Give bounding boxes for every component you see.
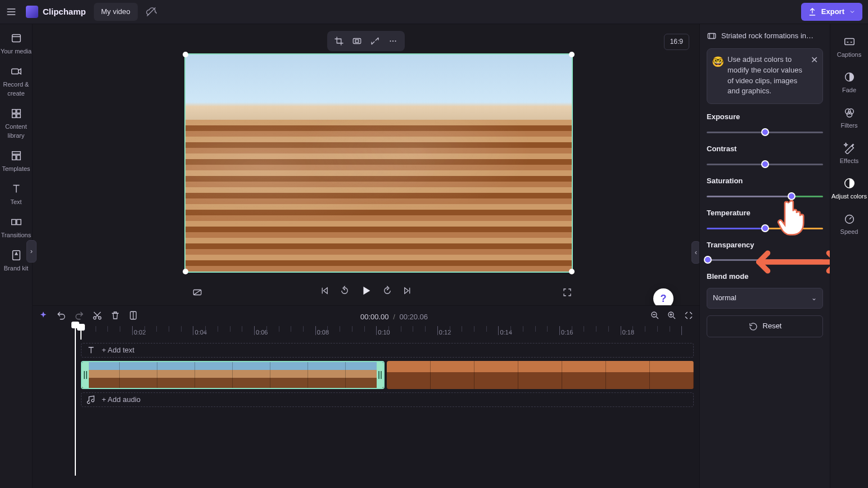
crop-button[interactable] [333,35,345,47]
properties-panel: Striated rock formations in cany… 🤓 Use … [699,24,830,488]
aspect-ratio-button[interactable]: 16:9 [664,34,689,50]
hint-card: 🤓 Use adjust colors to modify the color … [707,48,823,104]
templates-icon [10,150,22,162]
right-item-adjust-colors[interactable]: Adjust colors [830,171,868,207]
pip-button[interactable] [369,35,381,47]
transitions-icon [10,216,22,228]
reset-button[interactable]: Reset [707,315,823,337]
svg-rect-10 [16,219,20,224]
svg-rect-5 [16,114,20,118]
svg-rect-0 [12,35,20,42]
captions-icon [843,35,856,48]
svg-point-15 [392,40,394,42]
right-item-captions[interactable]: Captions [830,30,868,65]
export-button[interactable]: Export [801,3,862,21]
fit-button[interactable] [351,35,363,47]
resize-handle[interactable] [183,269,188,274]
sidebar-item-transitions[interactable]: Transitions [0,211,32,245]
svg-rect-13 [355,40,359,43]
svg-point-27 [848,109,853,114]
library-icon [10,107,22,120]
blend-mode: Blend mode Normal ⌄ [707,272,823,309]
video-clip[interactable] [387,361,694,389]
text-icon [10,183,22,195]
reset-label: Reset [763,321,782,332]
right-item-label: Fade [842,86,856,95]
slider-track[interactable] [707,160,823,168]
playhead-line[interactable] [75,324,76,476]
slider-knob[interactable] [704,256,712,264]
zoom-in-button[interactable] [667,310,677,324]
hint-emoji-icon: 🤓 [712,55,724,69]
contrast-slider: Contrast [707,144,823,168]
fit-to-screen-button[interactable] [684,310,694,324]
clip-handle-right[interactable] [377,362,383,388]
skip-end-button[interactable] [403,286,413,299]
preview-toolbar [327,31,405,51]
more-button[interactable] [387,35,399,47]
playhead[interactable] [80,326,82,340]
right-item-fade[interactable]: Fade [830,65,868,101]
left-sidebar: Your media Record & create Content libra… [0,24,33,488]
project-name[interactable]: My video [94,3,138,21]
hint-close-button[interactable]: ✕ [811,53,818,66]
sidebar-item-label: Your media [1,47,31,56]
text-track-add[interactable]: + Add text [81,343,694,358]
skip-start-button[interactable] [319,286,329,299]
right-item-effects[interactable]: Effects [830,136,868,171]
export-label: Export [821,7,844,17]
resize-handle[interactable] [569,269,575,274]
rewind-button[interactable] [340,286,350,299]
resize-handle[interactable] [569,52,575,57]
center-area: 16:9 ? ‹ [33,24,699,488]
slider-knob[interactable] [761,224,769,232]
video-preview[interactable] [184,53,573,273]
sidebar-item-label: Content library [0,123,32,141]
sidebar-item-library[interactable]: Content library [0,103,32,145]
sidebar-item-text[interactable]: Text [0,178,32,211]
slider-track[interactable] [707,128,823,136]
exposure-slider: Exposure [707,112,823,136]
cloud-sync-icon[interactable] [146,6,157,17]
video-clip-selected[interactable] [81,361,385,389]
right-item-speed[interactable]: Speed [830,207,868,242]
right-item-filters[interactable]: Filters [830,101,868,136]
svg-point-16 [395,40,396,42]
play-button[interactable] [360,284,372,300]
cursor-hand-icon [777,197,808,237]
split-button[interactable] [128,310,138,324]
resize-handle[interactable] [183,52,188,57]
chevron-down-icon [849,8,856,15]
sidebar-item-templates[interactable]: Templates [0,145,32,178]
delete-button[interactable] [110,310,120,324]
right-item-label: Filters [841,121,858,130]
sidebar-item-label: Transitions [1,231,31,240]
brand-name: Clipchamp [43,6,86,18]
forward-button[interactable] [382,286,392,299]
sidebar-item-record[interactable]: Record & create [0,61,32,103]
toggle-safe-zone-button[interactable] [192,287,202,301]
menu-button[interactable] [0,1,22,23]
time-total: 00:20.06 [399,313,428,321]
right-item-label: Speed [840,228,858,237]
undo-button[interactable] [56,310,66,324]
slider-knob[interactable] [761,160,769,168]
slider-knob[interactable] [761,128,769,136]
timeline-ruler[interactable]: 0:020:040:060:080:100:120:140:160:18 [38,326,694,340]
speed-icon [843,213,856,225]
sidebar-item-label: Record & create [0,80,32,98]
blend-mode-select[interactable]: Normal ⌄ [707,288,823,309]
time-current: 00:00.00 [360,313,389,321]
brand: Clipchamp [26,6,86,18]
zoom-out-button[interactable] [650,310,660,324]
clip-handle-left[interactable] [82,362,89,388]
effects-icon [843,142,856,154]
audio-track-add[interactable]: + Add audio [81,392,694,407]
cut-button[interactable] [92,310,102,324]
sidebar-item-your-media[interactable]: Your media [0,28,32,61]
timecode: 00:00.00 / 00:20.06 [138,312,650,323]
ai-button[interactable] [38,310,48,324]
fullscreen-button[interactable] [562,287,572,301]
drag-arrows-icon [756,248,830,276]
adjust-colors-icon [843,177,856,189]
